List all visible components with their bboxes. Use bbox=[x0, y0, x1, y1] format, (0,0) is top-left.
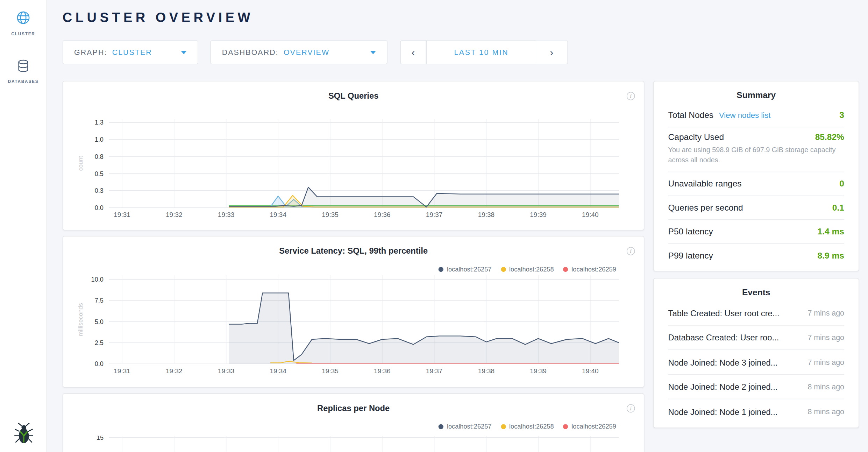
right-column: Summary Total Nodes View nodes list 3 Ca… bbox=[653, 81, 859, 435]
x-axis-tick-label: 19:32 bbox=[166, 211, 183, 218]
event-text: Node Joined: Node 3 joined... bbox=[668, 358, 778, 367]
page-title: CLUSTER OVERVIEW bbox=[63, 10, 254, 25]
legend-label: localhost:26259 bbox=[571, 423, 616, 430]
summary-card: Summary Total Nodes View nodes list 3 Ca… bbox=[653, 81, 859, 271]
legend-label: localhost:26258 bbox=[509, 266, 554, 273]
chevron-down-icon bbox=[370, 51, 376, 54]
sidebar-item-databases[interactable]: DATABASES bbox=[0, 36, 47, 84]
sidebar: CLUSTER DATABASES bbox=[0, 0, 47, 452]
x-axis-tick-label: 19:35 bbox=[322, 211, 339, 218]
legend-label: localhost:26257 bbox=[447, 266, 492, 273]
event-row: Node Joined: Node 3 joined... 7 mins ago bbox=[668, 350, 844, 375]
event-row: Node Joined: Node 2 joined... 8 mins ago bbox=[668, 375, 844, 399]
sql-queries-chart: 19:3119:3219:3319:3419:3519:3619:3719:38… bbox=[63, 110, 643, 221]
info-icon[interactable]: i bbox=[627, 247, 635, 255]
event-time: 8 mins ago bbox=[807, 383, 844, 391]
dashboard-dropdown-value: OVERVIEW bbox=[284, 48, 329, 57]
y-axis-tick-label: 10.0 bbox=[91, 276, 104, 283]
event-text: Node Joined: Node 1 joined... bbox=[668, 407, 778, 416]
events-card: Events Table Created: User root cre... 7… bbox=[653, 278, 859, 428]
summary-row-p99: P99 latency 8.9 ms bbox=[668, 244, 844, 268]
y-axis-tick-label: 1.3 bbox=[95, 119, 104, 126]
x-axis-tick-label: 19:37 bbox=[426, 367, 443, 375]
y-axis-title: milliseconds bbox=[77, 303, 84, 336]
time-next-button[interactable]: › bbox=[536, 41, 568, 64]
summary-label-text: Total Nodes bbox=[668, 110, 714, 120]
x-axis-tick-label: 19:31 bbox=[114, 367, 130, 375]
x-axis-tick-label: 19:36 bbox=[374, 367, 391, 375]
info-icon[interactable]: i bbox=[627, 92, 635, 100]
graph-dropdown-label: GRAPH: bbox=[74, 48, 107, 57]
dashboard-dropdown[interactable]: DASHBOARD: OVERVIEW bbox=[211, 41, 388, 64]
legend-dot-icon bbox=[563, 424, 568, 429]
summary-row-p50: P50 latency 1.4 ms bbox=[668, 220, 844, 244]
info-icon[interactable]: i bbox=[627, 404, 635, 413]
summary-value: 1.4 ms bbox=[818, 227, 844, 236]
events-title: Events bbox=[668, 279, 844, 301]
legend-label: localhost:26258 bbox=[509, 423, 554, 430]
view-nodes-link[interactable]: View nodes list bbox=[719, 111, 770, 120]
time-range-value[interactable]: LAST 10 MIN bbox=[426, 41, 536, 64]
service-latency-chart: 19:3119:3219:3319:3419:3519:3619:3719:38… bbox=[63, 274, 643, 382]
summary-label-text: Unavailable ranges bbox=[668, 179, 742, 189]
chart-title: SQL Queries bbox=[63, 82, 643, 100]
event-row: Table Created: User root cre... 7 mins a… bbox=[668, 301, 844, 325]
cockroach-logo[interactable] bbox=[0, 422, 47, 446]
y-axis-tick-label: 15 bbox=[97, 436, 104, 441]
y-axis-tick-label: 0.3 bbox=[95, 187, 104, 194]
sidebar-item-label: CLUSTER bbox=[11, 31, 35, 36]
y-axis-tick-label: 0.0 bbox=[95, 204, 104, 211]
series-area bbox=[229, 293, 619, 364]
legend-item[interactable]: localhost:26258 bbox=[501, 423, 554, 430]
legend-dot-icon bbox=[439, 424, 443, 429]
legend-dot-icon bbox=[563, 267, 568, 271]
main-content: CLUSTER OVERVIEW GRAPH: CLUSTER DASHBOAR… bbox=[47, 0, 868, 452]
event-time: 7 mins ago bbox=[807, 333, 844, 342]
x-axis-tick-label: 19:38 bbox=[478, 211, 495, 218]
x-axis-tick-label: 19:32 bbox=[166, 367, 183, 375]
time-prev-button[interactable]: ‹ bbox=[400, 41, 426, 64]
legend-item[interactable]: localhost:26259 bbox=[563, 266, 616, 273]
legend-dot-icon bbox=[501, 267, 506, 271]
event-text: Database Created: User roo... bbox=[668, 333, 779, 342]
graph-dropdown[interactable]: GRAPH: CLUSTER bbox=[63, 41, 198, 64]
legend-dot-icon bbox=[501, 424, 506, 429]
service-latency-card: Service Latency: SQL, 99th percentile i … bbox=[63, 236, 645, 388]
summary-value: 8.9 ms bbox=[818, 251, 844, 261]
summary-row-total-nodes: Total Nodes View nodes list 3 bbox=[668, 104, 844, 127]
toolbar: GRAPH: CLUSTER DASHBOARD: OVERVIEW ‹ LAS… bbox=[63, 41, 568, 64]
app: CLUSTER DATABASES bbox=[0, 0, 868, 452]
summary-value: 85.82% bbox=[815, 132, 844, 142]
chart-title: Replicas per Node bbox=[63, 394, 643, 412]
legend-item[interactable]: localhost:26257 bbox=[439, 423, 491, 430]
summary-value: 0.1 bbox=[832, 203, 844, 213]
event-time: 7 mins ago bbox=[807, 358, 844, 366]
x-axis-tick-label: 19:38 bbox=[478, 367, 495, 375]
summary-value: 3 bbox=[839, 110, 844, 120]
charts-column: SQL Queries i 19:3119:3219:3319:3419:351… bbox=[63, 81, 645, 452]
x-axis-tick-label: 19:31 bbox=[114, 211, 130, 218]
summary-title: Summary bbox=[668, 82, 844, 104]
y-axis-tick-label: 5.0 bbox=[95, 318, 104, 325]
legend-dot-icon bbox=[439, 267, 443, 271]
sidebar-item-cluster[interactable]: CLUSTER bbox=[0, 0, 47, 36]
summary-row-unavailable-ranges: Unavailable ranges 0 bbox=[668, 172, 844, 196]
legend-item[interactable]: localhost:26257 bbox=[439, 266, 491, 273]
sql-queries-card: SQL Queries i 19:3119:3219:3319:3419:351… bbox=[63, 81, 645, 230]
x-axis-tick-label: 19:40 bbox=[582, 367, 599, 375]
x-axis-tick-label: 19:35 bbox=[322, 367, 339, 375]
legend-item[interactable]: localhost:26259 bbox=[563, 423, 616, 430]
legend-item[interactable]: localhost:26258 bbox=[501, 266, 554, 273]
graph-dropdown-value: CLUSTER bbox=[112, 48, 152, 57]
summary-row-qps: Queries per second 0.1 bbox=[668, 196, 844, 220]
x-axis-tick-label: 19:33 bbox=[218, 367, 235, 375]
summary-label: Total Nodes View nodes list bbox=[668, 110, 771, 120]
x-axis-tick-label: 19:36 bbox=[374, 211, 391, 218]
chevron-down-icon bbox=[181, 51, 187, 54]
y-axis-tick-label: 0.0 bbox=[95, 360, 104, 367]
summary-row-capacity: Capacity Used 85.82% You are using 598.9… bbox=[668, 127, 844, 172]
event-text: Node Joined: Node 2 joined... bbox=[668, 382, 778, 391]
databases-icon bbox=[16, 59, 30, 75]
legend-label: localhost:26259 bbox=[571, 266, 616, 273]
y-axis-tick-label: 2.5 bbox=[95, 339, 104, 346]
